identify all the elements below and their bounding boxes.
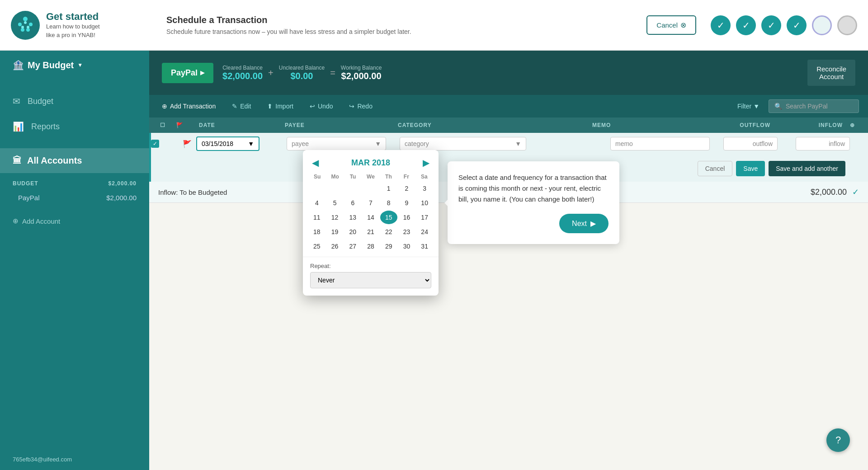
calendar-header: ◀ MAR 2018 ▶ bbox=[303, 150, 439, 172]
cal-day-25[interactable]: 25 bbox=[308, 240, 326, 253]
calendar-prev-button[interactable]: ◀ bbox=[312, 157, 319, 168]
paypal-account-item[interactable]: PayPal $2,000.00 bbox=[0, 190, 149, 205]
add-account-button[interactable]: ⊕ Add Account bbox=[0, 211, 149, 231]
svg-point-1 bbox=[23, 17, 28, 21]
equals-sep: = bbox=[330, 68, 335, 78]
calendar-repeat: Repeat: Never Weekly Every 2 Weeks Twice… bbox=[303, 257, 439, 296]
cancel-row-button[interactable]: Cancel bbox=[698, 161, 733, 176]
cal-day-24[interactable]: 24 bbox=[416, 225, 433, 239]
step-2[interactable]: ✓ bbox=[736, 15, 756, 35]
cal-day-8[interactable]: 8 bbox=[380, 196, 397, 210]
cal-day-1[interactable]: 1 bbox=[380, 182, 397, 195]
help-button[interactable]: ? bbox=[826, 428, 850, 452]
filter-button[interactable]: Filter ▼ bbox=[737, 103, 760, 110]
cal-day-7[interactable]: 7 bbox=[362, 196, 379, 210]
add-transaction-button[interactable]: ⊕ Add Transaction bbox=[158, 101, 219, 112]
sidebar-item-reports[interactable]: 📊 Reports bbox=[0, 114, 149, 139]
tagline: Learn how to budget like a pro in YNAB! bbox=[46, 23, 100, 39]
th-outflow[interactable]: OUTFLOW bbox=[705, 122, 778, 128]
cal-day-18[interactable]: 18 bbox=[308, 225, 326, 239]
cal-day-6[interactable]: 6 bbox=[344, 196, 361, 210]
calendar-popup: ◀ MAR 2018 ▶ Su Mo Tu We Th Fr Sa bbox=[303, 150, 439, 296]
cal-day-14[interactable]: 14 bbox=[362, 211, 379, 224]
save-row-button[interactable]: Save bbox=[736, 161, 765, 176]
reconcile-button[interactable]: ReconcileAccount bbox=[807, 60, 855, 86]
cal-day-3[interactable]: 3 bbox=[416, 182, 433, 195]
content-area: PayPal Cleared Balance $2,000.00 + Uncle… bbox=[149, 51, 868, 470]
row-memo[interactable]: memo bbox=[610, 137, 723, 150]
cal-day-13[interactable]: 13 bbox=[344, 211, 361, 224]
th-checkbox[interactable]: ☐ bbox=[149, 122, 176, 128]
row-payee[interactable]: payee ▼ bbox=[287, 137, 400, 150]
search-box[interactable]: 🔍 Search PayPal bbox=[769, 99, 859, 113]
calendar-days: 1 2 3 4 5 6 7 8 9 10 11 12 13 14 15 16 1 bbox=[308, 182, 433, 253]
th-date[interactable]: DATE bbox=[194, 122, 285, 128]
main-layout: 🏦 My Budget ▼ ✉ Budget 📊 Reports 🏛 All A… bbox=[0, 51, 868, 470]
cal-day-23[interactable]: 23 bbox=[398, 225, 415, 239]
cal-day-21[interactable]: 21 bbox=[362, 225, 379, 239]
calendar-next-button[interactable]: ▶ bbox=[423, 157, 429, 168]
cal-day-26[interactable]: 26 bbox=[326, 240, 344, 253]
cal-day-20[interactable]: 20 bbox=[344, 225, 361, 239]
th-clear[interactable]: ⊕ bbox=[850, 122, 868, 128]
row-inflow[interactable]: inflow bbox=[796, 137, 868, 150]
edit-button[interactable]: ✎ Edit bbox=[228, 101, 255, 112]
cal-day-11[interactable]: 11 bbox=[308, 211, 326, 224]
cal-day-4[interactable]: 4 bbox=[308, 196, 326, 210]
undo-button[interactable]: ↩ Undo bbox=[306, 101, 336, 112]
step-6[interactable] bbox=[837, 15, 857, 35]
step-3[interactable]: ✓ bbox=[761, 15, 781, 35]
repeat-select[interactable]: Never Weekly Every 2 Weeks Twice a Month… bbox=[310, 272, 431, 288]
row-category[interactable]: category ▼ bbox=[400, 137, 610, 150]
th-payee[interactable]: PAYEE bbox=[285, 122, 398, 128]
step-4[interactable]: ✓ bbox=[787, 15, 807, 35]
cal-day-30[interactable]: 30 bbox=[398, 240, 415, 253]
tooltip-text: Select a date and frequency for a transa… bbox=[458, 172, 609, 205]
save-add-button[interactable]: Save and add another bbox=[769, 161, 845, 176]
next-button[interactable]: Next ▶ bbox=[559, 214, 609, 233]
cal-day-5[interactable]: 5 bbox=[326, 196, 344, 210]
th-category[interactable]: CATEGORY bbox=[398, 122, 592, 128]
cal-day-28[interactable]: 28 bbox=[362, 240, 379, 253]
section-header: BUDGET $2,000.00 bbox=[0, 177, 149, 190]
toolbar: ⊕ Add Transaction ✎ Edit ⬆ Import ↩ Undo… bbox=[149, 95, 868, 118]
step-5[interactable] bbox=[812, 15, 832, 35]
cal-day-19[interactable]: 19 bbox=[326, 225, 344, 239]
table-header: ☐ 🚩 DATE PAYEE CATEGORY MEMO OUTFLOW INF… bbox=[149, 118, 868, 133]
import-button[interactable]: ⬆ Import bbox=[264, 101, 297, 112]
all-accounts-item[interactable]: 🏛 All Accounts bbox=[0, 148, 149, 173]
category-dropdown-icon: ▼ bbox=[515, 140, 521, 147]
cal-day-31[interactable]: 31 bbox=[416, 240, 433, 253]
cal-day-10[interactable]: 10 bbox=[416, 196, 433, 210]
svg-point-8 bbox=[27, 26, 29, 28]
th-inflow[interactable]: INFLOW bbox=[778, 122, 850, 128]
cal-day-22[interactable]: 22 bbox=[380, 225, 397, 239]
cal-day-17[interactable]: 17 bbox=[416, 211, 433, 224]
cal-day-9[interactable]: 9 bbox=[398, 196, 415, 210]
cancel-button[interactable]: Cancel ⊗ bbox=[646, 15, 696, 35]
cal-day-15[interactable]: 15 bbox=[380, 211, 397, 224]
th-memo[interactable]: MEMO bbox=[592, 122, 705, 128]
working-balance: Working Balance $2,000.00 bbox=[341, 65, 382, 81]
payee-dropdown-icon: ▼ bbox=[375, 140, 381, 147]
cal-day-12[interactable]: 12 bbox=[326, 211, 344, 224]
my-budget-header[interactable]: 🏦 My Budget ▼ bbox=[0, 51, 149, 80]
row-date[interactable]: 03/15/2018 ▼ bbox=[196, 136, 287, 151]
step-1[interactable]: ✓ bbox=[711, 15, 731, 35]
edit-icon: ✎ bbox=[232, 103, 237, 110]
cal-day-27[interactable]: 27 bbox=[344, 240, 361, 253]
row-outflow[interactable]: outflow bbox=[723, 137, 796, 150]
sidebar-item-budget[interactable]: ✉ Budget bbox=[0, 89, 149, 114]
svg-point-5 bbox=[26, 28, 30, 32]
repeat-label: Repeat: bbox=[310, 263, 431, 269]
plus-sep: + bbox=[268, 68, 274, 78]
th-flag: 🚩 bbox=[176, 122, 194, 128]
redo-button[interactable]: ↪ Redo bbox=[345, 101, 376, 112]
cal-day-2[interactable]: 2 bbox=[398, 182, 415, 195]
cal-day-16[interactable]: 16 bbox=[398, 211, 415, 224]
cal-day-29[interactable]: 29 bbox=[380, 240, 397, 253]
row-flag[interactable]: 🚩 bbox=[178, 140, 196, 148]
row-checkbox[interactable]: ✓ bbox=[151, 140, 178, 148]
bank-icon: 🏦 bbox=[13, 60, 24, 70]
get-started-title: Get started bbox=[46, 11, 100, 23]
